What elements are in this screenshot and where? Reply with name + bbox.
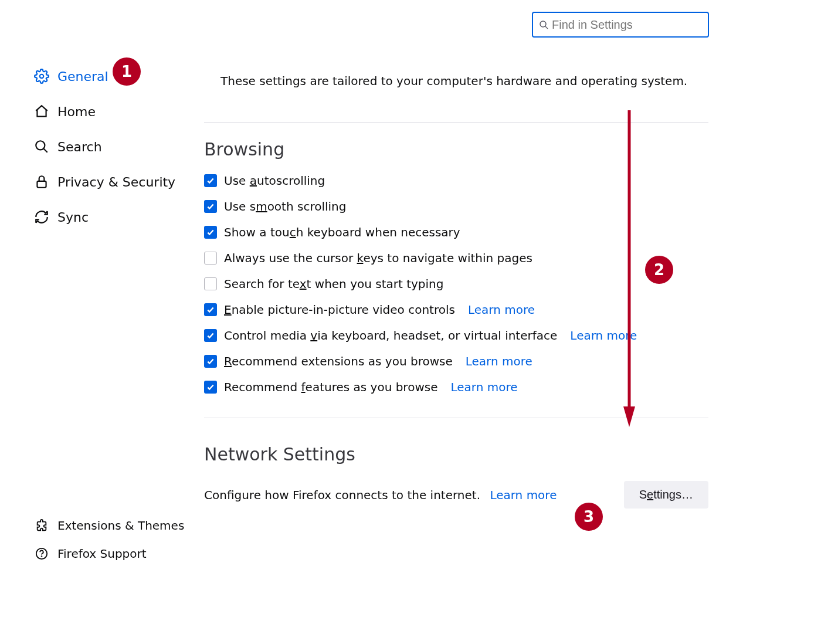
intro-text: These settings are tailored to your comp…	[220, 74, 708, 88]
home-icon	[34, 104, 49, 119]
svg-rect-5	[37, 181, 46, 188]
checkbox[interactable]	[204, 381, 217, 394]
option-label[interactable]: Use autoscrolling	[224, 174, 325, 188]
checkbox[interactable]	[204, 174, 217, 187]
checkbox[interactable]	[204, 303, 217, 316]
sidebar-item-label: Privacy & Security	[57, 175, 175, 189]
annotation-badge-3: 3	[575, 503, 603, 531]
learn-more-link[interactable]: Learn more	[468, 303, 535, 317]
search-box[interactable]	[532, 12, 709, 38]
annotation-arrow	[623, 110, 635, 427]
checkbox[interactable]	[204, 329, 217, 342]
sync-icon	[34, 209, 49, 225]
svg-point-2	[40, 74, 44, 79]
option-label[interactable]: Use smooth scrolling	[224, 199, 346, 213]
sidebar-item-search[interactable]: Search	[34, 129, 186, 164]
sidebar-item-label: General	[57, 69, 108, 84]
option-label[interactable]: Recommend extensions as you browse	[224, 354, 453, 368]
checkbox[interactable]	[204, 355, 217, 368]
checkbox[interactable]	[204, 277, 217, 290]
sidebar: General Home Search Privacy & Security	[34, 59, 186, 235]
network-description: Configure how Firefox connects to the in…	[204, 488, 557, 502]
checkbox[interactable]	[204, 226, 217, 239]
network-settings-button[interactable]: Settings…	[624, 481, 708, 509]
sidebar-item-label: Search	[57, 140, 102, 154]
learn-more-link[interactable]: Learn more	[490, 488, 557, 502]
sidebar-item-label: Home	[57, 104, 96, 119]
checkbox[interactable]	[204, 252, 217, 265]
search-icon	[34, 139, 49, 154]
sidebar-item-label: Sync	[57, 210, 89, 225]
search-input[interactable]	[552, 18, 702, 32]
svg-point-3	[36, 141, 45, 150]
checkbox[interactable]	[204, 200, 217, 213]
gear-icon	[34, 69, 49, 84]
option-label[interactable]: Enable picture-in-picture video controls	[224, 303, 455, 317]
svg-marker-9	[623, 406, 635, 427]
annotation-badge-2: 2	[645, 256, 673, 284]
lock-icon	[34, 174, 49, 189]
option-label[interactable]: Control media via keyboard, headset, or …	[224, 328, 557, 343]
search-icon	[539, 20, 548, 29]
svg-point-7	[42, 556, 42, 557]
sidebar-bottom: Extensions & Themes Firefox Support	[34, 511, 198, 568]
learn-more-link[interactable]: Learn more	[466, 354, 532, 368]
sidebar-item-support[interactable]: Firefox Support	[34, 540, 198, 568]
sidebar-item-home[interactable]: Home	[34, 94, 186, 129]
puzzle-icon	[34, 518, 49, 533]
option-label[interactable]: Always use the cursor keys to navigate w…	[224, 251, 532, 265]
sidebar-item-sync[interactable]: Sync	[34, 199, 186, 235]
sidebar-item-label: Firefox Support	[57, 547, 147, 561]
svg-line-1	[545, 26, 548, 29]
option-label[interactable]: Recommend features as you browse	[224, 380, 437, 394]
svg-point-0	[540, 21, 546, 27]
sidebar-item-privacy[interactable]: Privacy & Security	[34, 164, 186, 199]
sidebar-item-label: Extensions & Themes	[57, 518, 184, 533]
sidebar-item-general[interactable]: General	[34, 59, 186, 94]
learn-more-link[interactable]: Learn more	[450, 380, 517, 394]
section-title-network: Network Settings	[204, 444, 708, 465]
option-label[interactable]: Show a touch keyboard when necessary	[224, 225, 460, 239]
annotation-badge-1: 1	[113, 57, 141, 86]
help-icon	[34, 546, 49, 561]
sidebar-item-extensions[interactable]: Extensions & Themes	[34, 511, 198, 540]
svg-line-4	[43, 148, 48, 152]
option-label[interactable]: Search for text when you start typing	[224, 277, 444, 291]
